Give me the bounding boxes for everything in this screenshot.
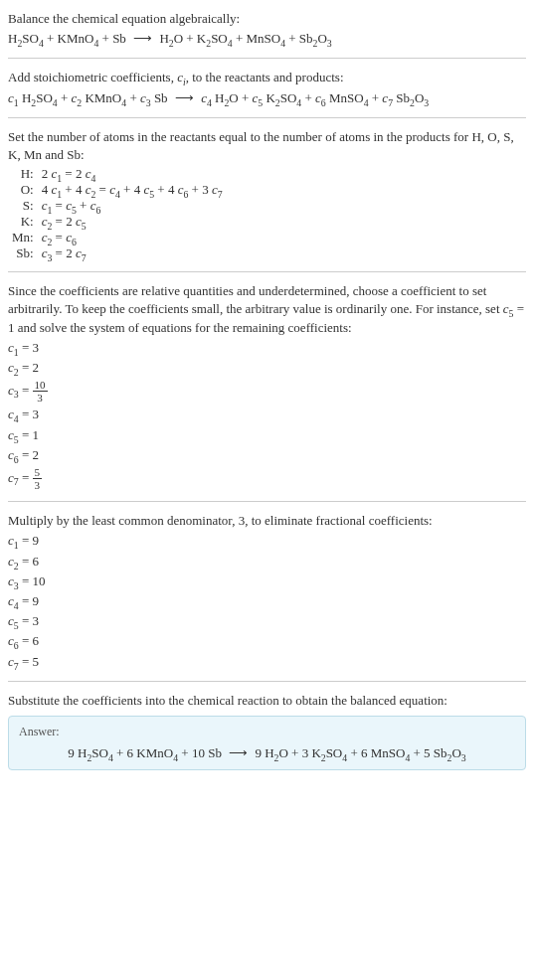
element-label: Mn:	[8, 230, 38, 245]
divider	[8, 271, 526, 272]
table-row: S: c1 = c5 + c6	[8, 198, 227, 214]
element-eq: 4 c1 + 4 c2 = c4 + 4 c5 + 4 c6 + 3 c7	[38, 182, 227, 198]
element-eq: c2 = 2 c5	[38, 214, 227, 230]
coeff-c5: c5 = 1	[8, 426, 526, 444]
step2-text: Add stoichiometric coefficients, ci, to …	[8, 69, 526, 86]
step3-text: Set the number of atoms in the reactants…	[8, 128, 526, 164]
element-eq: c3 = 2 c7	[38, 245, 227, 261]
step6-text: Substitute the coefficients into the che…	[8, 692, 526, 710]
coeff-c5-int: c5 = 3	[8, 612, 526, 630]
element-label: O:	[8, 182, 38, 198]
divider	[8, 58, 526, 59]
intro-line1: Balance the chemical equation algebraica…	[8, 10, 526, 28]
answer-box: Answer: 9 H2SO4 + 6 KMnO4 + 10 Sb ⟶ 9 H2…	[8, 716, 526, 770]
table-row: K: c2 = 2 c5	[8, 214, 227, 230]
step2-equation: c1 H2SO4 + c2 KMnO4 + c3 Sb ⟶ c4 H2O + c…	[8, 89, 526, 107]
element-label: K:	[8, 214, 38, 230]
intro-equation: H2SO4 + KMnO4 + Sb ⟶ H2O + K2SO4 + MnSO4…	[8, 30, 526, 48]
coeff-c2-int: c2 = 6	[8, 553, 526, 571]
coeff-c7-int: c7 = 5	[8, 653, 526, 671]
answer-equation: 9 H2SO4 + 6 KMnO4 + 10 Sb ⟶ 9 H2O + 3 K2…	[19, 745, 515, 761]
divider	[8, 681, 526, 682]
table-row: Mn: c2 = c6	[8, 230, 227, 245]
element-balance-table: H: 2 c1 = 2 c4 O: 4 c1 + 4 c2 = c4 + 4 c…	[8, 166, 227, 261]
coeff-c3: c3 = 103	[8, 379, 526, 404]
coeff-c7: c7 = 53	[8, 466, 526, 491]
table-row: Sb: c3 = 2 c7	[8, 245, 227, 261]
coeff-c2: c2 = 2	[8, 359, 526, 377]
coeff-c6-int: c6 = 6	[8, 632, 526, 650]
coeff-c4-int: c4 = 9	[8, 592, 526, 610]
coeff-c4: c4 = 3	[8, 406, 526, 423]
element-eq: c2 = c6	[38, 230, 227, 245]
divider	[8, 501, 526, 502]
table-row: O: 4 c1 + 4 c2 = c4 + 4 c5 + 4 c6 + 3 c7	[8, 182, 227, 198]
element-eq: c1 = c5 + c6	[38, 198, 227, 214]
coeff-c3-int: c3 = 10	[8, 572, 526, 590]
step4-text: Since the coefficients are relative quan…	[8, 282, 526, 337]
answer-label: Answer:	[19, 725, 515, 739]
step5-text: Multiply by the least common denominator…	[8, 512, 526, 530]
element-label: Sb:	[8, 245, 38, 261]
coeff-c6: c6 = 2	[8, 446, 526, 464]
coeff-c1-int: c1 = 9	[8, 532, 526, 550]
element-label: S:	[8, 198, 38, 214]
coeff-c1: c1 = 3	[8, 339, 526, 357]
element-label: H:	[8, 166, 38, 182]
element-eq: 2 c1 = 2 c4	[38, 166, 227, 182]
table-row: H: 2 c1 = 2 c4	[8, 166, 227, 182]
divider	[8, 117, 526, 118]
